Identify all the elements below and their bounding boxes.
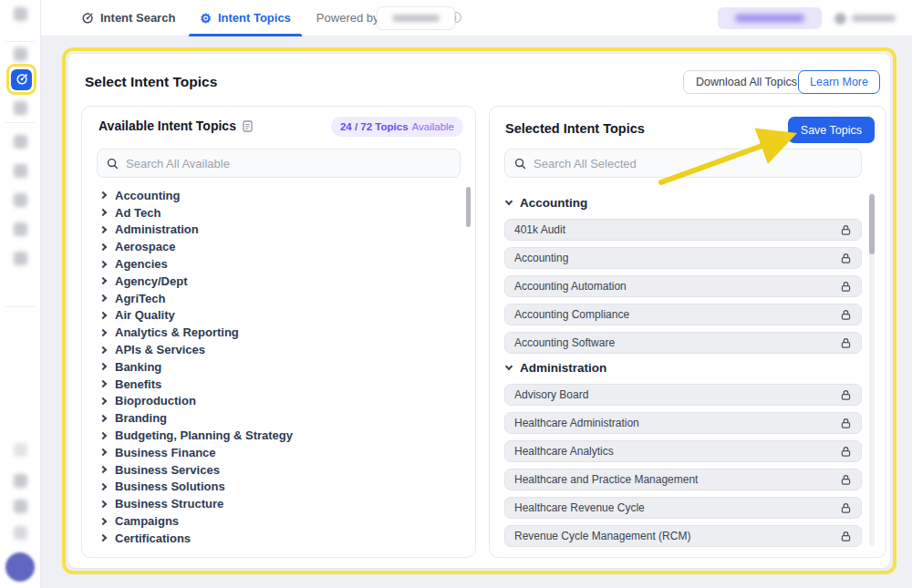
topic-label: Budgeting, Planning & Strategy [115, 428, 293, 442]
available-topics-panel: Available Intent Topics 24 / 72 Topics A… [81, 106, 476, 558]
selected-topic-pill[interactable]: Accounting [504, 247, 862, 269]
tab-intent-topics[interactable]: ⚙ Intent Topics [200, 0, 291, 36]
available-topic-row[interactable]: Air Quality [100, 307, 457, 325]
selected-topic-pill[interactable]: Accounting Software [504, 332, 862, 354]
chevron-right-icon [99, 397, 107, 405]
download-all-topics-button[interactable]: Download All Topics [683, 70, 810, 94]
available-topic-row[interactable]: Agencies [100, 255, 457, 273]
topic-label: Administration [115, 222, 199, 236]
available-topic-row[interactable]: Aerospace [100, 238, 457, 255]
available-topic-row[interactable]: Certifications [100, 530, 457, 547]
search-icon [107, 158, 119, 170]
topic-label: Accounting [115, 189, 181, 202]
lock-icon [840, 309, 852, 321]
search-selected-input[interactable] [534, 157, 852, 170]
selected-topic-pill[interactable]: Healthcare Revenue Cycle [504, 497, 862, 519]
sidebar-active-highlight [6, 64, 36, 95]
topic-label: Accounting Software [514, 336, 840, 349]
available-topic-row[interactable]: Business Solutions [100, 479, 457, 496]
selected-topic-pill[interactable]: Healthcare and Practice Management [504, 469, 862, 490]
blurred-topics-available-badge [718, 7, 822, 29]
lock-icon [840, 253, 852, 264]
topic-label: Business Finance [115, 446, 216, 459]
sidebar-divider [5, 306, 35, 307]
topic-label: Agencies [115, 257, 168, 271]
selected-search-box [504, 149, 862, 178]
available-topic-row[interactable]: Banking [100, 358, 457, 376]
blurred-sidebar-icon[interactable] [14, 443, 27, 457]
selected-topics-panel: Selected Intent Topics Save Topics Accou… [489, 106, 886, 558]
selected-topic-pill[interactable]: Advisory Board [504, 384, 862, 406]
topics-available-badge: 24 / 72 Topics Available [331, 117, 463, 137]
available-topic-row[interactable]: Agency/Dept [100, 273, 457, 290]
available-topic-row[interactable]: Business Services [100, 461, 457, 479]
selected-scrollbar[interactable] [869, 194, 875, 254]
available-topic-row[interactable]: Budgeting, Planning & Strategy [100, 427, 457, 444]
blurred-sidebar-icon[interactable] [14, 135, 27, 149]
selected-group-header[interactable]: Accounting [506, 195, 862, 211]
lock-icon [840, 502, 852, 514]
available-topic-row[interactable]: Bioproduction [100, 393, 457, 410]
topic-label: Bioproduction [115, 394, 196, 407]
topic-label: Revenue Cycle Management (RCM) [514, 530, 840, 542]
topic-label: Certifications [115, 531, 191, 545]
document-icon[interactable] [243, 120, 253, 132]
save-topics-button[interactable]: Save Topics [788, 117, 875, 143]
available-topic-row[interactable]: Business Structure [100, 495, 457, 512]
blurred-icon [834, 13, 846, 25]
search-available-input[interactable] [126, 157, 451, 170]
user-avatar[interactable] [5, 552, 35, 582]
available-topic-row[interactable]: AgriTech [100, 290, 457, 307]
available-scrollbar[interactable] [466, 187, 471, 227]
topic-label: Analytics & Reporting [115, 325, 239, 339]
selected-topic-pill[interactable]: Revenue Cycle Management (RCM) [504, 525, 862, 547]
available-topic-row[interactable]: Campaigns [100, 512, 457, 530]
available-topic-row[interactable]: Accounting [100, 187, 457, 204]
blurred-sidebar-icon[interactable] [14, 193, 27, 207]
chevron-right-icon [99, 260, 107, 267]
blurred-sidebar-icon[interactable] [14, 222, 27, 236]
blurred-tour-button[interactable] [377, 6, 455, 30]
lock-icon [840, 474, 852, 486]
blurred-sidebar-icon[interactable] [14, 47, 27, 61]
tab-intent-search[interactable]: Intent Search [81, 0, 175, 36]
chevron-right-icon [99, 380, 107, 387]
available-topic-row[interactable]: APIs & Services [100, 341, 457, 358]
lock-icon [840, 281, 852, 293]
selected-topic-pill[interactable]: Healthcare Administration [504, 412, 862, 434]
blurred-sidebar-icon[interactable] [14, 474, 27, 488]
search-icon [514, 158, 526, 170]
available-topic-row[interactable]: Administration [100, 222, 457, 239]
available-search-box [97, 149, 461, 178]
selected-topic-pill[interactable]: Accounting Automation [504, 275, 862, 297]
intent-topics-card: Select Intent Topics Download All Topics… [68, 54, 890, 568]
blurred-sidebar-icon[interactable] [14, 101, 27, 115]
learn-more-button[interactable]: Learn More [798, 70, 880, 94]
available-topic-row[interactable]: Business Finance [100, 444, 457, 461]
blurred-sidebar-icon[interactable] [14, 164, 27, 178]
topic-label: 401k Audit [514, 223, 840, 236]
sidebar-item-intent-active[interactable] [11, 69, 32, 90]
selected-topic-pill[interactable]: 401k Audit [504, 219, 862, 241]
topic-label: Accounting [514, 252, 840, 264]
topic-label: AgriTech [115, 292, 165, 305]
blurred-sidebar-icon[interactable] [14, 7, 27, 21]
blurred-upgrade-menu-item[interactable] [834, 13, 896, 25]
available-topic-row[interactable]: Ad Tech [100, 204, 457, 222]
selected-topic-pill[interactable]: Healthcare Analytics [504, 440, 862, 462]
available-topic-row[interactable]: Benefits [100, 376, 457, 393]
blurred-text [852, 15, 896, 22]
blurred-sidebar-icon[interactable] [14, 526, 27, 540]
topic-label: Business Services [115, 463, 220, 477]
topic-label: Healthcare Analytics [514, 445, 840, 458]
selected-group-header[interactable]: Administration [506, 360, 862, 376]
blurred-sidebar-icon[interactable] [14, 500, 27, 513]
available-topic-row[interactable]: Analytics & Reporting [100, 324, 457, 341]
blurred-sidebar-icon[interactable] [14, 252, 27, 265]
selected-topic-pill[interactable]: Accounting Compliance [504, 304, 862, 325]
topic-label: Healthcare and Practice Management [514, 473, 840, 486]
tab-label: Intent Search [100, 11, 175, 25]
chevron-right-icon [99, 329, 107, 336]
available-topic-row[interactable]: Branding [100, 409, 457, 427]
topic-label: Accounting Automation [514, 280, 840, 293]
